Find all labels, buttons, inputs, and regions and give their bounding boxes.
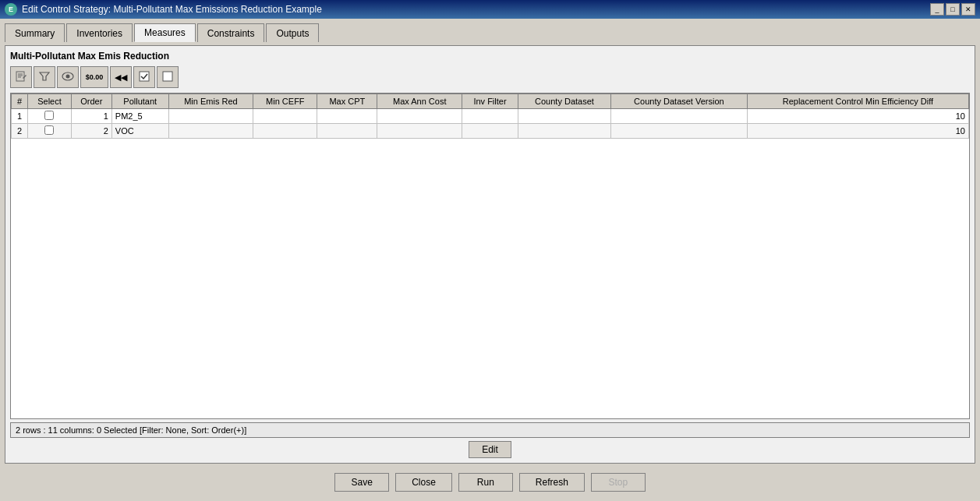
deselect-all-icon [162,71,173,83]
select-all-button[interactable] [133,66,155,88]
select-all-icon [139,71,150,83]
save-button[interactable]: Save [334,473,389,492]
col-header-county-dataset: County Dataset [518,94,610,109]
table-cell [518,124,610,139]
cost-button[interactable]: $0.00 [80,66,108,88]
table-cell [168,124,253,139]
table-cell [253,124,317,139]
col-header-max-cpt: Max CPT [317,94,377,109]
eye-icon [62,71,74,83]
table-cell [462,124,518,139]
tab-constraints[interactable]: Constraints [197,23,265,42]
col-header-order: Order [71,94,111,109]
deselect-all-button[interactable] [157,66,179,88]
edit-toolbar-button[interactable] [10,66,32,88]
col-header-county-dataset-version: County Dataset Version [610,94,747,109]
svg-marker-5 [40,72,49,80]
tab-outputs[interactable]: Outputs [266,23,319,42]
edit-button-row: Edit [10,441,970,458]
table-cell [317,124,377,139]
title-bar-left: E Edit Control Strategy: Multi-Pollutant… [5,3,322,16]
col-header-row-num: # [12,94,28,109]
col-header-inv-filter: Inv Filter [462,94,518,109]
svg-rect-8 [140,72,149,81]
col-header-replacement-control: Replacement Control Min Efficiency Diff [747,94,968,109]
refresh-button[interactable]: Refresh [519,473,585,492]
table-cell [610,124,747,139]
table-cell [253,109,317,124]
title-bar: E Edit Control Strategy: Multi-Pollutant… [0,0,980,19]
status-bar: 2 rows : 11 columns: 0 Selected [Filter:… [10,422,970,438]
stop-button[interactable]: Stop [591,473,646,492]
row-checkbox[interactable] [28,109,72,124]
close-button[interactable]: ✕ [961,3,975,16]
col-header-pollutant: Pollutant [111,94,168,109]
measures-table-container[interactable]: # Select Order Pollutant Min Emis Red Mi… [10,93,970,419]
window-title: Edit Control Strategy: Multi-Pollutant M… [22,4,322,15]
filter-icon [39,71,50,83]
col-header-min-emis-red: Min Emis Red [168,94,253,109]
table-cell: 1 [71,109,111,124]
col-header-max-ann-cost: Max Ann Cost [377,94,462,109]
view-button[interactable] [57,66,79,88]
measures-table: # Select Order Pollutant Min Emis Red Mi… [11,93,969,139]
back-button[interactable]: ◀◀ [110,66,132,88]
bottom-bar: Save Close Run Refresh Stop [5,468,975,496]
tab-summary[interactable]: Summary [5,23,65,42]
row-select-checkbox[interactable] [44,111,54,120]
table-row[interactable]: 11PM2_510 [12,109,969,124]
cost-icon: $0.00 [86,73,104,81]
table-cell [377,124,462,139]
table-cell: 10 [747,124,968,139]
edit-button[interactable]: Edit [469,441,511,458]
tab-inventories[interactable]: Inventories [66,23,133,42]
col-header-select: Select [28,94,72,109]
table-cell: 2 [71,124,111,139]
table-cell [377,109,462,124]
minimize-button[interactable]: _ [930,3,944,16]
tabs-bar: Summary Inventories Measures Constraints… [5,23,975,42]
panel-title: Multi-Pollutant Max Emis Reduction [10,51,970,62]
svg-rect-9 [163,72,172,81]
title-bar-controls[interactable]: _ □ ✕ [930,3,975,16]
table-cell [518,109,610,124]
back-icon: ◀◀ [115,72,127,83]
row-select-checkbox[interactable] [44,125,54,135]
table-cell [317,109,377,124]
edit-icon [15,70,27,84]
measures-panel: Multi-Pollutant Max Emis Reduction [5,45,975,464]
table-cell: 1 [12,109,28,124]
table-cell [462,109,518,124]
run-button[interactable]: Run [458,473,513,492]
tab-measures[interactable]: Measures [134,23,196,42]
table-cell [168,109,253,124]
col-header-min-ceff: Min CEFF [253,94,317,109]
toolbar: $0.00 ◀◀ [10,66,970,88]
close-button-bottom[interactable]: Close [395,473,452,492]
maximize-button[interactable]: □ [946,3,960,16]
svg-rect-0 [16,72,24,81]
filter-button[interactable] [34,66,55,88]
table-cell: PM2_5 [111,109,168,124]
table-cell: 2 [12,124,28,139]
table-cell: VOC [111,124,168,139]
table-row[interactable]: 22VOC10 [12,124,969,139]
table-cell: 10 [747,109,968,124]
app-icon: E [5,3,17,16]
main-content: Summary Inventories Measures Constraints… [0,19,980,501]
row-checkbox[interactable] [28,124,72,139]
svg-point-7 [66,75,70,79]
table-cell [610,109,747,124]
